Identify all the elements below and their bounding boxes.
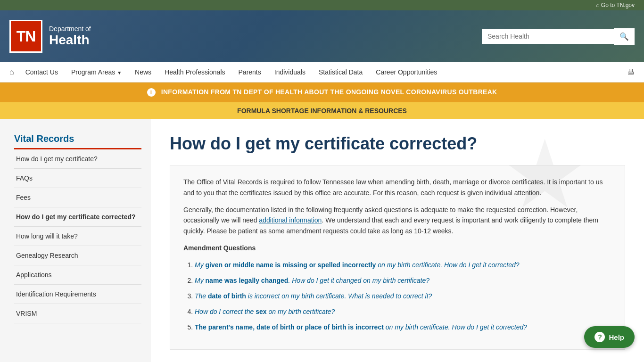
sidebar-item-vrism: VRISM — [14, 304, 141, 323]
print-icon[interactable]: 🖶 — [622, 62, 639, 82]
sidebar-title: Vital Records — [14, 133, 141, 144]
health-label: Health — [49, 33, 91, 48]
faq2-text2: . How do I get it changed on my birth ce… — [288, 277, 429, 284]
faq5-text2: on my birth certificate. How do I get it… — [384, 323, 527, 331]
faq5-bold: The parent's name, date of birth or plac… — [195, 323, 384, 331]
faq2-bold: name was legally changed — [206, 277, 289, 284]
nav-bar: ⌂ Contact Us Program Areas ▼ News Health… — [0, 62, 644, 82]
faq1-bold: given or middle name is missing or spell… — [206, 261, 376, 269]
sidebar-link-faqs[interactable]: FAQs — [14, 169, 141, 188]
faq-item-1: My given or middle name is missing or sp… — [195, 260, 611, 270]
home-icon: ⌂ — [596, 2, 599, 8]
help-label: Help — [609, 333, 624, 341]
page-title: How do I get my certificate corrected? — [170, 133, 625, 154]
info-icon: i — [147, 88, 156, 97]
faq-link-5[interactable]: The parent's name, date of birth or plac… — [195, 323, 527, 331]
sidebar: Vital Records How do I get my certificat… — [0, 119, 151, 362]
sidebar-link-how-long[interactable]: How long will it take? — [14, 227, 141, 246]
sidebar-link-fees[interactable]: Fees — [14, 188, 141, 207]
tn-logo: TN — [9, 20, 42, 53]
nav-health-professionals[interactable]: Health Professionals — [158, 63, 231, 82]
dept-text: Department of Health — [49, 25, 91, 48]
logo-area: TN Department of Health — [9, 20, 91, 53]
program-areas-arrow: ▼ — [117, 70, 122, 75]
alert-formula[interactable]: FORMULA SHORTAGE INFORMATION & RESOURCES — [0, 102, 644, 119]
main-content: Vital Records How do I get my certificat… — [0, 119, 644, 362]
sidebar-link-get-certificate[interactable]: How do I get my certificate? — [14, 149, 141, 168]
faq3-text1: The — [195, 292, 208, 300]
sidebar-link-genealogy[interactable]: Genealogy Research — [14, 246, 141, 265]
intro-paragraph-2: Generally, the documentation listed in t… — [183, 205, 611, 236]
search-area: 🔍 — [482, 28, 635, 45]
sidebar-item-genealogy: Genealogy Research — [14, 246, 141, 265]
sidebar-item-get-certificate: How do I get my certificate? — [14, 149, 141, 169]
sidebar-item-fees: Fees — [14, 188, 141, 207]
sidebar-nav: How do I get my certificate? FAQs Fees H… — [14, 149, 141, 323]
faq-list: My given or middle name is missing or sp… — [183, 260, 611, 332]
nav-news[interactable]: News — [128, 63, 158, 82]
content-area: ★ How do I get my certificate corrected?… — [151, 119, 644, 362]
sidebar-item-applications: Applications — [14, 265, 141, 285]
sidebar-link-vrism[interactable]: VRISM — [14, 304, 141, 323]
nav-parents[interactable]: Parents — [232, 63, 268, 82]
sidebar-link-corrected[interactable]: How do I get my certificate corrected? — [14, 207, 141, 226]
faq-link-1[interactable]: My given or middle name is missing or sp… — [195, 261, 520, 269]
nav-individuals[interactable]: Individuals — [268, 63, 312, 82]
search-button[interactable]: 🔍 — [614, 28, 635, 45]
intro-paragraph-1: The Office of Vital Records is required … — [183, 177, 611, 198]
alert-coronavirus-text: INFORMATION FROM TN DEPT OF HEALTH ABOUT… — [161, 88, 497, 96]
amendment-title: Amendment Questions — [183, 243, 611, 253]
faq3-text2: is incorrect on my birth certificate. Wh… — [246, 292, 432, 300]
sidebar-item-how-long: How long will it take? — [14, 227, 141, 246]
faq-link-4[interactable]: How do I correct the sex on my birth cer… — [195, 308, 335, 315]
faq1-text1: My — [195, 261, 206, 269]
faq-link-2[interactable]: My name was legally changed. How do I ge… — [195, 277, 429, 284]
faq1-text2: on my birth certificate. How do I get it… — [376, 261, 519, 269]
dept-of-label: Department of — [49, 25, 91, 33]
content-box: The Office of Vital Records is required … — [170, 165, 625, 349]
nav-program-areas[interactable]: Program Areas ▼ — [65, 63, 128, 82]
faq3-bold: date of birth — [208, 292, 246, 300]
help-button[interactable]: ? Help — [584, 326, 635, 348]
nav-career-opportunities[interactable]: Career Opportunities — [369, 63, 444, 82]
nav-home-icon[interactable]: ⌂ — [5, 62, 19, 82]
faq-item-4: How do I correct the sex on my birth cer… — [195, 307, 611, 317]
nav-statistical-data[interactable]: Statistical Data — [312, 63, 369, 82]
alert-coronavirus[interactable]: i INFORMATION FROM TN DEPT OF HEALTH ABO… — [0, 82, 644, 102]
faq-link-3[interactable]: The date of birth is incorrect on my bir… — [195, 292, 432, 300]
nav-contact-us[interactable]: Contact Us — [19, 63, 65, 82]
faq4-bold: sex — [256, 308, 266, 315]
additional-info-link[interactable]: additional information — [259, 216, 322, 224]
goto-tn-link[interactable]: Go to TN.gov — [601, 2, 635, 8]
sidebar-item-corrected: How do I get my certificate corrected? — [14, 207, 141, 227]
sidebar-item-id-requirements: Identification Requirements — [14, 285, 141, 304]
sidebar-link-id-requirements[interactable]: Identification Requirements — [14, 285, 141, 304]
faq-item-5: The parent's name, date of birth or plac… — [195, 322, 611, 332]
top-bar: ⌂ Go to TN.gov — [0, 0, 644, 10]
sidebar-link-applications[interactable]: Applications — [14, 265, 141, 284]
faq4-text1: How do I correct the — [195, 308, 256, 315]
faq2-text1: My — [195, 277, 206, 284]
alert-formula-text: FORMULA SHORTAGE INFORMATION & RESOURCES — [237, 107, 407, 115]
search-input[interactable] — [482, 29, 614, 44]
faq-item-2: My name was legally changed. How do I ge… — [195, 276, 611, 286]
header: TN Department of Health 🔍 — [0, 10, 644, 62]
faq4-text2: on my birth certificate? — [267, 308, 335, 315]
faq-item-3: The date of birth is incorrect on my bir… — [195, 291, 611, 301]
sidebar-item-faqs: FAQs — [14, 169, 141, 188]
help-question-mark: ? — [594, 332, 605, 342]
